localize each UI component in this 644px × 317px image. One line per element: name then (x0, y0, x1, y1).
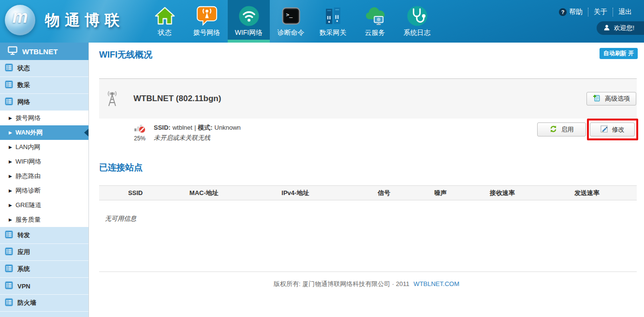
sidebar-item-forwarding[interactable]: 转发 (0, 227, 88, 244)
column-header-signal: 信号 (354, 189, 413, 197)
sidebar-subitem-network-diagnostics[interactable]: 网络诊断 (0, 183, 88, 198)
nav-label: 系统日志 (404, 29, 431, 37)
welcome-badge: 欢迎您! (597, 21, 644, 35)
top-header: 物通博联 状态 拨号网络 (0, 0, 644, 43)
wifi-device-title: WTBLNET (802.11bgn) (133, 94, 221, 104)
empty-message: 无可用信息 (105, 214, 136, 223)
terminal-icon: >_ (281, 4, 301, 28)
column-header-ssid: SSID (99, 189, 172, 196)
column-header-rx-rate: 接收速率 (468, 189, 538, 197)
nav-label: 状态 (158, 29, 172, 37)
sidebar-item-vpn[interactable]: VPN (0, 278, 88, 295)
antenna-tower-icon (103, 90, 121, 107)
cloud-service-icon (364, 4, 386, 28)
nav-label: 诊断命令 (278, 29, 305, 37)
column-header-mac: MAC-地址 (172, 189, 236, 197)
list-icon (5, 247, 13, 257)
ssid-label: SSID: (154, 124, 171, 131)
sidebar-item-status[interactable]: 状态 (0, 60, 88, 77)
column-header-tx-rate: 发送速率 (537, 189, 637, 197)
stations-section-title: 已连接站点 (99, 162, 143, 173)
user-icon (603, 24, 610, 32)
list-icon (5, 63, 13, 73)
sidebar-subitem-wan[interactable]: WAN外网 (0, 125, 88, 140)
footer: 版权所有: 厦门物通博联网络科技有限公司 · 2011 WTBLNET.COM (89, 280, 644, 288)
sidebar-device-header: WTBLNET (0, 43, 88, 60)
sidebar-partial-row (0, 312, 88, 317)
sidebar-item-data-collection[interactable]: 数采 (0, 77, 88, 94)
welcome-text: 欢迎您! (614, 24, 634, 32)
sidebar-subitem-dialup-network[interactable]: 拨号网络 (0, 111, 88, 125)
enable-button[interactable]: 启用 (537, 122, 586, 136)
caret-icon (9, 203, 12, 208)
advanced-options-button[interactable]: 高级选项 (586, 92, 636, 106)
pencil-icon (600, 125, 608, 134)
logout-link[interactable]: 退出 (613, 8, 637, 16)
caret-icon (9, 145, 12, 150)
nav-item-system-log[interactable]: 系统日志 (396, 0, 438, 43)
nav-item-wifi-network[interactable]: WIFI网络 (228, 0, 270, 43)
ssid-value: wtblnet (173, 124, 192, 131)
advanced-options-label: 高级选项 (605, 94, 630, 103)
refresh-icon (550, 125, 557, 134)
brand-logo: 物通博联 (5, 5, 124, 35)
copyright-text: 版权所有: 厦门物通博联网络科技有限公司 · 2011 (274, 280, 410, 287)
sidebar: WTBLNET 状态 数采 网络 拨号网络 WAN外网 LAN内网 WIF (0, 43, 89, 317)
caret-icon (9, 174, 12, 179)
caret-icon (9, 116, 12, 121)
top-navigation: 状态 拨号网络 (144, 0, 438, 43)
logout-label: 退出 (618, 8, 632, 16)
list-icon (5, 281, 13, 291)
signal-percent: 25% (131, 135, 148, 142)
logo-sphere-icon (5, 5, 35, 35)
footer-link[interactable]: WTBLNET.COM (413, 280, 459, 287)
sidebar-subitem-lan[interactable]: LAN内网 (0, 140, 88, 154)
caret-icon (9, 217, 12, 222)
nav-item-data-gateway[interactable]: 数采网关 (312, 0, 354, 43)
home-icon (154, 4, 176, 28)
question-icon (559, 8, 567, 16)
device-name: WTBLNET (22, 47, 58, 56)
sidebar-subitem-gre-tunnel[interactable]: GRE隧道 (0, 198, 88, 212)
brand-name: 物通博联 (45, 10, 124, 30)
edit-button[interactable]: 修改 (590, 122, 635, 136)
nav-item-diagnostic-command[interactable]: >_ 诊断命令 (270, 0, 312, 43)
about-link[interactable]: 关于 (588, 8, 613, 16)
note-plus-icon (593, 94, 600, 104)
enable-label: 启用 (561, 125, 574, 134)
nav-item-dialup-network[interactable]: 拨号网络 (186, 0, 228, 43)
footer-divider (99, 272, 637, 272)
header-links: 帮助 关于 退出 (554, 8, 637, 16)
sidebar-subitem-wifi-network[interactable]: WIFI网络 (0, 154, 88, 169)
mode-label: 模式: (198, 124, 212, 131)
server-gateway-icon (323, 4, 343, 28)
dialup-antenna-icon (196, 4, 218, 28)
list-icon (5, 97, 13, 107)
sidebar-item-network[interactable]: 网络 (0, 94, 88, 111)
about-label: 关于 (594, 8, 607, 16)
nav-label: 云服务 (365, 29, 385, 37)
sidebar-subitem-qos[interactable]: 服务质量 (0, 212, 88, 227)
sidebar-item-system[interactable]: 系统 (0, 261, 88, 278)
sidebar-item-firewall[interactable]: 防火墙 (0, 295, 88, 312)
auto-refresh-toggle[interactable]: 自动刷新 开 (600, 48, 638, 59)
stations-table-header: SSID MAC-地址 IPv4-地址 信号 噪声 接收速率 发送速率 (99, 185, 637, 200)
nav-label: 拨号网络 (193, 29, 220, 37)
sidebar-item-applications[interactable]: 应用 (0, 244, 88, 261)
ssid-line: SSID:wtblnet|模式:Unknown (154, 123, 243, 132)
main-content: WIFI无线概况 自动刷新 开 WTBLNET (802.11bgn) (89, 43, 644, 317)
list-icon (5, 230, 13, 240)
radio-status-row: 25% SSID:wtblnet|模式:Unknown 未开启或未关联无线 启用 (99, 119, 637, 152)
column-header-noise: 噪声 (413, 189, 467, 197)
sidebar-subitem-static-routes[interactable]: 静态路由 (0, 169, 88, 183)
nav-item-cloud-service[interactable]: 云服务 (354, 0, 396, 43)
mode-value: Unknown (215, 124, 241, 131)
column-header-ipv4: IPv4-地址 (236, 189, 355, 197)
caret-icon (9, 130, 12, 135)
stethoscope-log-icon (406, 4, 428, 28)
list-icon (5, 298, 13, 308)
list-icon (5, 80, 13, 90)
help-link[interactable]: 帮助 (554, 8, 588, 16)
separator: | (194, 124, 196, 131)
nav-item-status[interactable]: 状态 (144, 0, 186, 43)
